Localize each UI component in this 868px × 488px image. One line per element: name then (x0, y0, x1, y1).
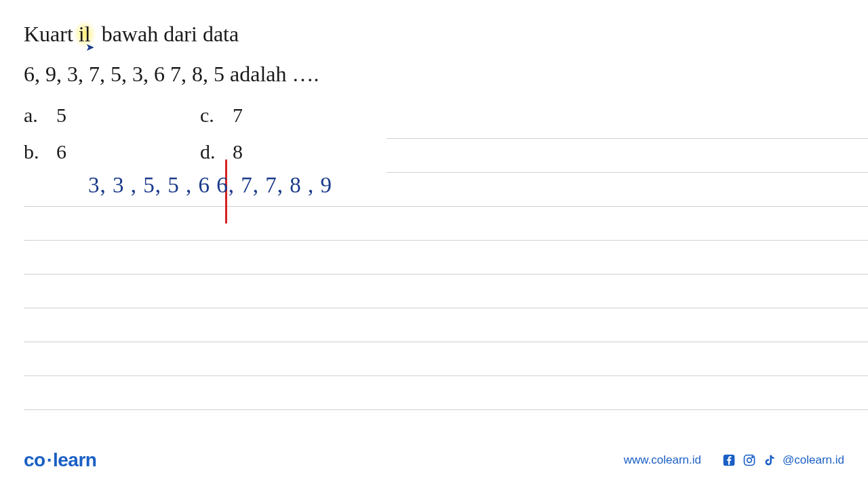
option-d-value: 8 (233, 140, 243, 163)
instagram-icon (742, 453, 757, 468)
title-suffix: bawah dari data (96, 22, 239, 46)
svg-point-3 (752, 457, 753, 458)
social-handle: @colearn.id (783, 453, 844, 467)
tiktok-icon (762, 453, 777, 468)
handwritten-work: 3, 3 , 5, 5 , 6 6, 7, 7, 8 , 9 (88, 173, 332, 198)
svg-point-2 (747, 458, 752, 463)
highlighted-text: il➤ (73, 20, 96, 48)
option-c-value: 7 (233, 104, 243, 127)
logo-dot: · (47, 449, 52, 470)
logo-co: co (24, 449, 45, 470)
question-content: Kuartil➤ bawah dari data 6, 9, 3, 7, 5, … (0, 0, 868, 163)
option-c-label: c. (200, 104, 220, 127)
website-url: www.colearn.id (624, 453, 701, 467)
option-a: a. 5 (24, 104, 200, 127)
cursor-icon: ➤ (85, 41, 94, 54)
social-links: @colearn.id (722, 453, 844, 468)
brand-logo: co·learn (24, 449, 96, 471)
option-d-label: d. (200, 140, 220, 163)
option-b: b. 6 (24, 140, 200, 163)
option-a-label: a. (24, 104, 44, 127)
logo-learn: learn (53, 449, 96, 470)
question-title: Kuartil➤ bawah dari data (24, 20, 844, 48)
title-prefix: Kuart (24, 22, 73, 46)
footer: co·learn www.colearn.id @colearn.id (0, 449, 868, 471)
question-data: 6, 9, 3, 7, 5, 3, 6 7, 8, 5 adalah …. (24, 62, 844, 87)
option-d: d. 8 (200, 140, 844, 163)
option-a-value: 5 (56, 104, 66, 127)
option-c: c. 7 (200, 104, 844, 127)
option-b-value: 6 (56, 140, 66, 163)
option-b-label: b. (24, 140, 44, 163)
footer-right: www.colearn.id @colearn.id (624, 453, 844, 468)
answer-options: a. 5 c. 7 b. 6 d. 8 (24, 104, 844, 163)
facebook-icon (722, 453, 736, 468)
